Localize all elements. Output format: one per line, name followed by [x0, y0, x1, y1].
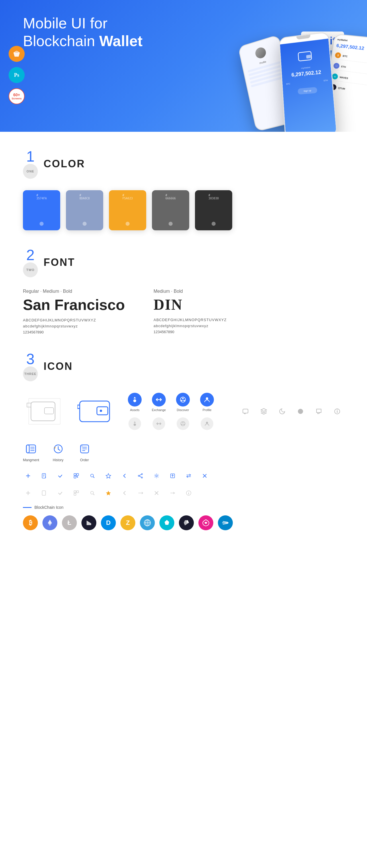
profile-icon-inactive [198, 417, 216, 430]
svg-marker-74 [106, 491, 111, 495]
color-section-number: 1 ONE [23, 149, 38, 179]
svg-point-57 [141, 473, 142, 475]
speech-bubble-icon [312, 404, 326, 418]
font-section-header: 2 TWO FONT [23, 248, 344, 277]
assets-icon-item: Assets [126, 393, 143, 412]
nav-icons-active-row: Assets Exchange [126, 393, 216, 412]
svg-rect-71 [74, 493, 76, 495]
hero-title: Mobile UI for Blockchain Wallet [23, 14, 166, 50]
wallet-solid-icon [78, 397, 112, 426]
chevron-left-gray-icon [119, 488, 130, 498]
din-uppercase: ABCDEFGHIJKLMNOPQRSTUVWXYZ [153, 318, 227, 322]
svg-line-61 [139, 476, 141, 477]
tool-badges: Ps 60+ Screens [9, 46, 25, 104]
svg-rect-46 [42, 473, 46, 478]
color-swatch-dark: #303030 [195, 190, 232, 230]
document-edit-icon [39, 471, 49, 481]
svg-point-72 [91, 491, 93, 494]
crypto-icons-row: ₿ Ł D Z [23, 515, 344, 530]
svg-point-17 [181, 400, 182, 401]
icon-title: ICON [44, 361, 73, 372]
color-swatch-orange: #F5A623 [109, 190, 146, 230]
color-title: COLOR [44, 158, 85, 170]
assets-icon [128, 393, 142, 406]
litecoin-icon: Ł [62, 515, 77, 530]
color-swatch-gray: #666666 [152, 190, 189, 230]
svg-point-25 [183, 424, 185, 425]
color-swatch-blue: #3574FA [23, 190, 60, 230]
din-lowercase: abcdefghijklmnopqrstuvwxyz [153, 324, 227, 328]
svg-rect-3 [306, 55, 311, 58]
svg-point-62 [156, 475, 158, 477]
swap-icon [184, 471, 194, 481]
bitcoin-icon: ₿ [23, 515, 38, 530]
hero-title-text: Mobile UI for Blockchain [23, 15, 108, 49]
font-showcase: Regular · Medium · Bold San Francisco AB… [23, 289, 344, 334]
order-icon-item: Order [77, 441, 92, 462]
search-icon [87, 471, 97, 481]
svg-point-16 [182, 398, 184, 399]
din-font-name: DIN [153, 296, 227, 313]
svg-rect-8 [31, 402, 55, 421]
icon-section-number: 3 THREE [23, 351, 38, 381]
exchange-icon-item: Exchange [150, 393, 167, 412]
svg-point-31 [337, 410, 338, 410]
svg-line-60 [139, 474, 141, 475]
svg-rect-51 [74, 476, 76, 478]
svg-point-26 [206, 422, 208, 424]
sf-numbers: 1234567890 [23, 330, 125, 334]
plus-gray-icon [23, 488, 33, 498]
svg-rect-27 [243, 409, 248, 413]
history-icon-item: History [51, 441, 66, 462]
svg-line-55 [93, 477, 94, 478]
management-icon-item: Mangment [23, 441, 39, 462]
svg-rect-70 [77, 491, 79, 493]
font-din: Medium · Bold DIN ABCDEFGHIJKLMNOPQRSTUV… [153, 289, 227, 334]
svg-rect-10 [80, 401, 110, 422]
layers-icon [257, 404, 271, 418]
arrow-right-gray-icon [167, 488, 178, 498]
svg-point-79 [188, 492, 189, 492]
stellar-icon [218, 515, 233, 530]
svg-rect-53 [77, 476, 78, 477]
plus-icon [23, 471, 33, 481]
x-gray-icon [151, 488, 162, 498]
sketch-badge [9, 46, 25, 62]
font-section-number: 2 TWO [23, 248, 38, 277]
checkmark-icon [55, 471, 65, 481]
discover-icon [176, 393, 190, 406]
discover-icon-item: Discover [174, 393, 192, 412]
share-icon [135, 471, 146, 481]
ethereum-icon [43, 515, 57, 530]
settings-icon [151, 471, 162, 481]
nav-icons-group: Assets Exchange [126, 393, 216, 430]
font-sf: Regular · Medium · Bold San Francisco AB… [23, 289, 125, 334]
svg-rect-11 [97, 407, 108, 415]
screens-count-badge: 60+ Screens [9, 88, 25, 104]
crescent-icon [275, 404, 289, 418]
svg-point-24 [181, 424, 182, 425]
qr-code-icon [71, 471, 81, 481]
photoshop-badge: Ps [9, 67, 25, 83]
ark-icon [160, 515, 174, 530]
management-icon [24, 441, 38, 456]
svg-point-23 [182, 422, 184, 424]
wallet-wireframe-icon [23, 393, 63, 430]
stratis-icon [179, 515, 194, 530]
svg-rect-43 [81, 445, 83, 447]
svg-point-59 [141, 477, 142, 478]
svg-rect-49 [74, 473, 76, 475]
misc-icons-row-1 [23, 471, 344, 481]
svg-rect-33 [26, 445, 29, 453]
dash-icon: D [101, 515, 116, 530]
din-numbers: 1234567890 [153, 330, 227, 334]
zcash-icon: Z [120, 515, 135, 530]
blockchain-label: BlockChain Icon [23, 505, 344, 509]
document-gray-icon [39, 488, 49, 498]
svg-point-18 [184, 400, 185, 401]
svg-marker-56 [106, 473, 111, 478]
info-gray-icon [184, 488, 194, 498]
sf-lowercase: abcdefghijklmnopqrstuvwxyz [23, 324, 125, 328]
comment-icon [238, 404, 252, 418]
hero-title-bold: Wallet [99, 33, 142, 49]
